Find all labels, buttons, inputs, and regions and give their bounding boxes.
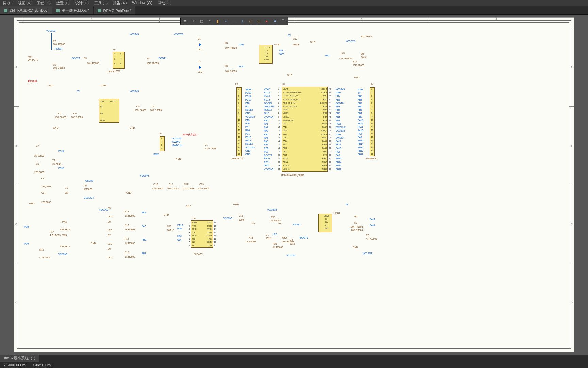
ref-c16: C16	[167, 225, 172, 227]
ref-c17: C17	[293, 37, 297, 40]
menu-edit[interactable]: 辑 (E)	[3, 1, 13, 6]
status-grid: Grid:100mil	[33, 363, 52, 367]
reset-circuit-label: 复位电路	[28, 80, 37, 83]
ref-y2: Y2	[65, 187, 68, 190]
ref-d1: D1	[198, 37, 201, 40]
ref-p4: P4	[371, 83, 374, 86]
wave-icon[interactable]: ≈	[222, 18, 230, 24]
bar-icon[interactable]: ▮	[214, 18, 222, 24]
menu-window[interactable]: Window (W)	[132, 1, 152, 6]
ref-r18: R18	[249, 236, 253, 239]
schematic-canvas[interactable]: VCC3V3 R2 10K R0603 RESET SW1 SW-PB_V C2…	[21, 25, 567, 345]
ref-usb1: USB1	[334, 212, 340, 214]
ref-r19: R19	[271, 216, 275, 218]
ref-r20: R20	[282, 236, 287, 239]
tag-icon[interactable]: ▭	[247, 18, 254, 24]
ref-sw2: SW2	[62, 220, 67, 223]
ruler-right: ABCD	[569, 28, 574, 341]
ref-buzzer: BUZZER1	[361, 35, 372, 38]
ref-c7: C7	[36, 144, 39, 147]
ref-u4: U4	[193, 217, 196, 219]
align-icon[interactable]: ≡	[206, 18, 213, 24]
ref-r13: R13	[125, 224, 129, 226]
menu-project[interactable]: 工程 (C)	[37, 1, 50, 6]
menu-place[interactable]: 放置 (P)	[56, 1, 70, 6]
ref-r4: R4	[147, 57, 150, 60]
ref-d2: D2	[198, 60, 201, 63]
ref-r11: R11	[353, 60, 357, 63]
menu-help[interactable]: 帮助 (H)	[158, 1, 172, 6]
plus-icon[interactable]: +	[190, 18, 197, 24]
ref-r6: R6	[354, 215, 357, 218]
footer-tabs: stm32最小系统~(1)	[0, 355, 588, 362]
ref-r8: R8	[366, 234, 369, 236]
ref-r16: R16	[39, 249, 44, 251]
ref-r14: R14	[125, 237, 129, 240]
tab-pcbdoc-2[interactable]: DEMO.PcbDoc *	[94, 6, 135, 14]
tab-schdoc[interactable]: 2最小系统~(1).SchDoc	[0, 6, 52, 14]
ref-r1: R1	[225, 42, 228, 44]
ruler-top: 1234	[24, 18, 564, 22]
ref-d8: D8	[108, 248, 111, 250]
ref-c3: C3	[136, 105, 140, 108]
ref-d6: D6	[108, 220, 111, 223]
ref-sw1: SW1	[28, 56, 33, 58]
tab-pcbdoc-1[interactable]: 第一讲.PcbDoc *	[52, 6, 94, 14]
ref-r9: R9	[84, 185, 87, 187]
menu-bar: 辑 (E) 视图 (V) 工程 (C) 放置 (P) 设计 (D) 工具 (T)…	[0, 0, 588, 6]
ref-q1: Q1	[266, 234, 269, 236]
ref-c8: C8	[36, 163, 39, 165]
ref-p2: P2	[113, 48, 116, 51]
ref-usb2: USB2	[274, 43, 280, 46]
ref-r22: R22	[341, 52, 345, 54]
ref-r15: R15	[125, 251, 129, 254]
ref-y1: Y1	[52, 159, 55, 162]
ref-r3: R3	[84, 57, 87, 59]
ref-c5: C5	[58, 112, 61, 115]
ref-c6: C6	[74, 112, 77, 115]
swd-label: SWD仿真接口	[182, 133, 197, 136]
net-vcc3v3: VCC3V3	[46, 30, 55, 32]
ref-r17: R17	[50, 231, 54, 233]
down-icon[interactable]: ↓	[230, 18, 238, 24]
ref-d5: D5	[108, 207, 111, 209]
comp-p1[interactable]	[160, 136, 165, 151]
arc-icon[interactable]: ⌒	[279, 18, 287, 24]
filter-icon[interactable]: ▼	[181, 18, 189, 24]
schematic-sheet[interactable]: 1234 ABCD ABCD VCC3V3 R2 10K R0603 RESET…	[14, 17, 574, 352]
menu-report[interactable]: 报告 (R)	[113, 1, 127, 6]
pcb-icon	[56, 9, 60, 12]
menu-view[interactable]: 视图 (V)	[18, 1, 32, 6]
status-coord: Y:5000.000mil	[3, 363, 27, 367]
ref-u1: U1	[282, 83, 285, 86]
ref-r7: R7	[354, 221, 357, 224]
schematic-workspace[interactable]: 1234 ABCD ABCD VCC3V3 R2 10K R0603 RESET…	[0, 15, 588, 355]
ref-p1: P1	[160, 133, 163, 135]
pcb-icon	[98, 9, 101, 12]
menu-design[interactable]: 设计 (D)	[75, 1, 89, 6]
text-icon[interactable]: A	[271, 18, 279, 24]
ref-r2: R2	[53, 40, 56, 42]
footer-tab-sheet[interactable]: stm32最小系统~(1)	[0, 355, 39, 362]
ref-r5: R5	[225, 65, 228, 67]
ref-c9: C9	[41, 177, 44, 180]
ref-sw3: SW3	[62, 234, 67, 236]
ref-c14: C14	[41, 191, 46, 194]
circle-icon[interactable]: ●	[263, 18, 271, 24]
ref-c10: C10	[153, 183, 158, 185]
ref-q3: Q3	[361, 52, 364, 55]
probe-icon[interactable]: ⊥	[239, 18, 246, 24]
ref-d7: D7	[108, 234, 111, 236]
document-tabs: 2最小系统~(1).SchDoc 第一讲.PcbDoc * DEMO.PcbDo…	[0, 6, 588, 15]
ref-c15: C15	[239, 215, 243, 217]
label-icon[interactable]: ▭	[255, 18, 262, 24]
ref-c13: C13	[199, 183, 204, 185]
rect-icon[interactable]: ▢	[198, 18, 205, 24]
menu-tools[interactable]: 工具 (T)	[94, 1, 108, 6]
schematic-icon	[4, 9, 7, 12]
ref-c2: C2	[53, 64, 56, 66]
ruler-left: ABCD	[14, 28, 19, 341]
ref-d3: D3	[278, 222, 281, 225]
status-bar: Y:5000.000mil Grid:100mil	[0, 362, 588, 368]
ref-p3: P3	[235, 83, 238, 86]
